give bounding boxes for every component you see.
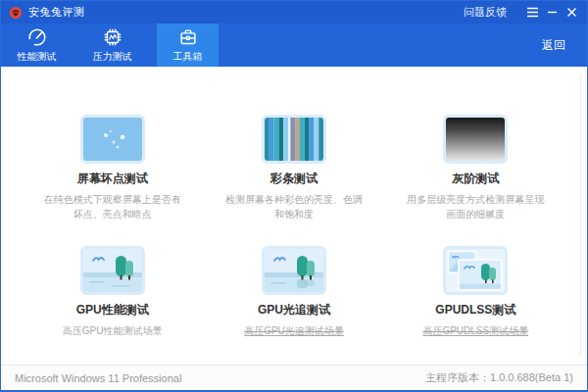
app-logo-icon <box>9 6 23 20</box>
app-version-label: 主程序版本：1.0.0.688(Beta 1) <box>425 370 573 385</box>
tab-label: 工具箱 <box>173 50 203 64</box>
close-button[interactable] <box>562 1 581 24</box>
menu-button[interactable] <box>522 1 542 24</box>
tool-title: 彩条测试 <box>270 171 318 187</box>
tool-tile-gpu-dlss-test[interactable]: GPUDLSS测试 高压GPUDLSS测试场景 <box>385 246 566 338</box>
tab-stress-test[interactable]: 压力测试 <box>81 24 143 67</box>
color-bars-thumbnail <box>262 115 326 164</box>
tool-tile-gpu-raytracing-test[interactable]: GPU光追测试 高压GPU光追测试场景 <box>203 246 384 338</box>
minimize-button[interactable] <box>542 1 562 24</box>
minimize-icon <box>547 7 558 18</box>
tool-description: 在纯色模式下观察屏幕上是否有坏点、亮点和暗点 <box>40 192 185 221</box>
tool-description: 高压GPUDLSS测试场景 <box>403 323 548 338</box>
tab-bar: 性能测试 压力测试 工具箱 返回 <box>1 24 587 67</box>
close-icon <box>566 7 577 18</box>
tool-tile-color-bars-test[interactable]: 彩条测试 检测屏幕各种彩色的亮度、色调和饱和度 <box>203 115 384 221</box>
speedometer-icon <box>26 26 48 48</box>
gpu-raytracing-thumbnail <box>262 246 326 295</box>
grayscale-thumbnail <box>443 115 508 164</box>
tools-grid: 屏幕坏点测试 在纯色模式下观察屏幕上是否有坏点、亮点和暗点 <box>22 67 566 338</box>
tool-description: 检测屏幕各种彩色的亮度、色调和饱和度 <box>221 192 367 221</box>
tool-title: 灰阶测试 <box>452 171 499 187</box>
app-title: 安兔兔评测 <box>28 5 85 20</box>
tool-tile-gpu-performance-test[interactable]: GPU性能测试 高压GPU性能测试场景 <box>22 246 203 338</box>
gpu-performance-thumbnail <box>80 246 145 295</box>
tool-description: 用多层级亮度方式检测屏幕呈现画面的细腻度 <box>403 192 548 221</box>
tool-description: 高压GPU性能测试场景 <box>40 323 185 338</box>
tool-title: 屏幕坏点测试 <box>77 171 148 187</box>
tab-performance-test[interactable]: 性能测试 <box>6 24 68 67</box>
status-bar: Microsoft Windows 11 Professional 主程序版本：… <box>1 365 587 390</box>
feedback-link[interactable]: 问题反馈 <box>464 5 507 20</box>
tab-label: 压力测试 <box>93 50 132 64</box>
toolbox-content: 屏幕坏点测试 在纯色模式下观察屏幕上是否有坏点、亮点和暗点 <box>1 67 587 365</box>
cpu-chip-icon <box>102 26 123 48</box>
tool-description: 高压GPU光追测试场景 <box>221 323 367 338</box>
tool-title: GPU光追测试 <box>258 302 330 318</box>
tab-label: 性能测试 <box>18 50 57 64</box>
dead-pixel-thumbnail <box>80 115 145 164</box>
toolbox-icon <box>177 26 199 48</box>
gpu-dlss-thumbnail <box>443 246 508 295</box>
app-window: 安兔兔评测 问题反馈 性能测试 <box>0 0 588 392</box>
title-bar: 安兔兔评测 问题反馈 <box>1 1 587 24</box>
back-button[interactable]: 返回 <box>542 37 565 54</box>
tool-title: GPU性能测试 <box>76 302 149 318</box>
tab-toolbox[interactable]: 工具箱 <box>157 24 219 67</box>
hamburger-icon <box>526 7 539 18</box>
tool-tile-dead-pixel-test[interactable]: 屏幕坏点测试 在纯色模式下观察屏幕上是否有坏点、亮点和暗点 <box>22 115 203 221</box>
tool-tile-grayscale-test[interactable]: 灰阶测试 用多层级亮度方式检测屏幕呈现画面的细腻度 <box>385 115 566 221</box>
os-version-label: Microsoft Windows 11 Professional <box>15 372 181 384</box>
tool-title: GPUDLSS测试 <box>435 302 515 318</box>
scrollbar-track[interactable] <box>580 74 581 357</box>
